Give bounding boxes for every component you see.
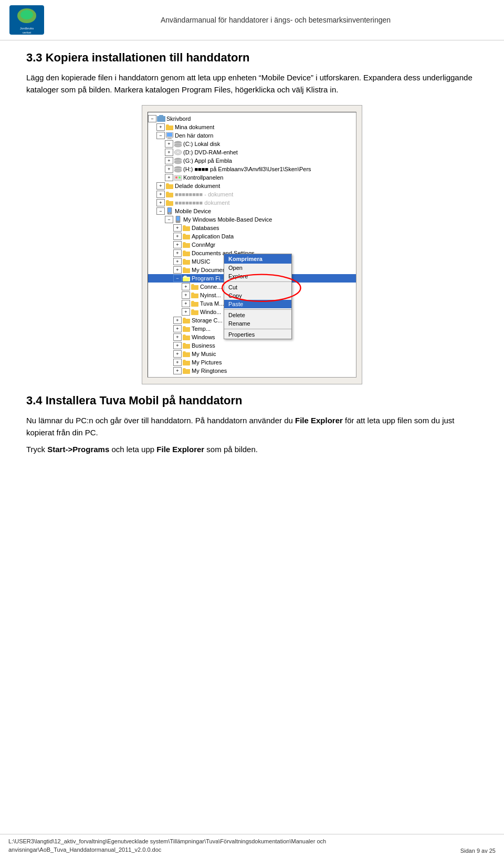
folder-icon <box>165 123 174 131</box>
svg-point-27 <box>169 213 170 214</box>
mobile-device-icon <box>165 207 174 215</box>
context-menu-delete[interactable]: Delete <box>224 311 291 319</box>
expander-my-windows-mobile[interactable]: − <box>165 216 173 223</box>
main-content: 3.3 Kopiera installationen till handdato… <box>0 40 504 472</box>
folder-temp-icon <box>182 325 191 332</box>
section-34: 3.4 Installera Tuva Mobil på handdatorn … <box>26 394 478 456</box>
svg-point-23 <box>175 176 177 179</box>
context-menu-header: Komprimera <box>224 254 291 264</box>
folder-mydocs-icon <box>182 266 191 274</box>
folder-blur1-icon <box>165 191 174 198</box>
tree-item-blurred-2[interactable]: + ■■■■■■■■ dokument <box>148 198 356 207</box>
tree-label: Tuva M... <box>200 300 224 307</box>
expander-temp[interactable]: + <box>173 325 182 332</box>
expander-blurred-1[interactable]: + <box>156 191 165 198</box>
expander-mina-dokument[interactable]: + <box>156 123 165 131</box>
tree-label: Business <box>192 342 215 349</box>
tree-label: ■■■■■■■■ - dokument <box>175 191 233 197</box>
svg-rect-10 <box>167 139 172 139</box>
expander-tuva-m[interactable]: + <box>182 300 190 307</box>
tree-label: ■■■■■■■■ dokument <box>175 200 230 206</box>
svg-point-2 <box>20 10 33 19</box>
tree-item-my-ringtones[interactable]: + My Ringtones <box>148 367 356 375</box>
folder-nyinst-icon <box>191 291 199 299</box>
tree-item-blurred-1[interactable]: + ■■■■■■■■ - dokument <box>148 190 356 198</box>
expander-windo[interactable]: + <box>182 308 190 316</box>
tree-label: Windows <box>192 334 215 340</box>
svg-rect-29 <box>176 216 180 221</box>
context-menu-open[interactable]: Open <box>224 264 291 272</box>
section-34-text3: Tryck <box>26 445 47 454</box>
tree-item-c-disk[interactable]: + (C:) Lokal disk <box>148 140 356 148</box>
tree-label: Delade dokument <box>175 183 220 189</box>
tree-label: (G:) Appl på Embla <box>183 158 232 164</box>
context-menu-explore[interactable]: Explore <box>224 272 291 280</box>
expander-storage[interactable]: + <box>173 317 182 324</box>
expander-windows[interactable]: + <box>173 333 182 341</box>
tree-label: My Music <box>192 351 216 357</box>
tree-label: My Pictures <box>192 359 222 365</box>
tree-label: Application Data <box>192 233 234 239</box>
desktop-icon <box>157 115 165 122</box>
expander-den-har-datorn[interactable]: − <box>156 132 165 139</box>
explorer-screenshot: − Skrivbord + Mina dokument − Den här da… <box>142 105 362 384</box>
footer-page: Sidan 9 av 25 <box>460 848 496 854</box>
expander-mobile-device[interactable]: − <box>156 207 165 215</box>
folder-blur2-icon <box>165 199 174 206</box>
svg-point-18 <box>174 161 182 164</box>
tree-item-den-har-datorn[interactable]: − Den här datorn <box>148 131 356 140</box>
tree-item-h-disk[interactable]: + (H:) ■■■■ på Emblaanv3\Anvfil3\User1\S… <box>148 165 356 173</box>
expander-conne[interactable]: + <box>182 283 190 290</box>
tree-item-connmgr[interactable]: + ConnMgr <box>148 241 356 249</box>
expander-h-disk[interactable]: + <box>165 165 173 173</box>
expander-c-disk[interactable]: + <box>165 140 173 148</box>
context-menu[interactable]: Komprimera Open Explore Cut Copy Paste D… <box>224 254 292 339</box>
tree-item-business[interactable]: + Business <box>148 341 356 350</box>
expander-program-files[interactable]: − <box>173 275 182 282</box>
tree-item-delade-dokument[interactable]: + Delade dokument <box>148 182 356 190</box>
expander-d-disk[interactable]: + <box>165 149 173 156</box>
expander-my-ringtones[interactable]: + <box>173 367 182 374</box>
tree-item-g-disk[interactable]: + (G:) Appl på Embla <box>148 156 356 165</box>
folder-storage-icon <box>182 317 191 324</box>
expander-blurred-2[interactable]: + <box>156 199 165 206</box>
tree-label: My Windows Mobile-Based Device <box>183 216 272 223</box>
disk-g-icon <box>174 157 182 164</box>
expander-my-pictures[interactable]: + <box>173 359 182 366</box>
tree-item-databases[interactable]: + Databases <box>148 224 356 232</box>
context-menu-paste[interactable]: Paste <box>224 300 291 308</box>
expander-kontrollpanelen[interactable]: + <box>165 174 173 181</box>
tree-item-application-data[interactable]: + Application Data <box>148 232 356 241</box>
expander-application-data[interactable]: + <box>173 233 182 240</box>
expander-business[interactable]: + <box>173 342 182 349</box>
expander-delade-dokument[interactable]: + <box>156 182 165 190</box>
tree-label: (D:) DVD-RAM-enhet <box>183 149 238 155</box>
expander-nyinst[interactable]: + <box>182 291 190 299</box>
context-menu-cut[interactable]: Cut <box>224 283 291 291</box>
tree-item-skrivbord[interactable]: − Skrivbord <box>148 114 356 123</box>
expander-connmgr[interactable]: + <box>173 241 182 248</box>
expander-my-documents[interactable]: + <box>173 266 182 274</box>
folder-delade-icon <box>165 182 174 190</box>
expander-my-music[interactable]: + <box>173 350 182 358</box>
tree-item-mina-dokument[interactable]: + Mina dokument <box>148 123 356 131</box>
tree-item-my-pictures[interactable]: + My Pictures <box>148 358 356 367</box>
expander-documents-settings[interactable]: + <box>173 249 182 257</box>
tree-item-my-music[interactable]: + My Music <box>148 350 356 358</box>
computer-icon <box>165 132 174 139</box>
tree-item-my-windows-mobile[interactable]: − My Windows Mobile-Based Device <box>148 215 356 224</box>
tree-item-d-disk[interactable]: + (D:) DVD-RAM-enhet <box>148 148 356 156</box>
expander-music[interactable]: + <box>173 258 182 265</box>
expander-g-disk[interactable]: + <box>165 157 173 164</box>
tree-item-kontrollpanelen[interactable]: + Kontrollpanelen <box>148 173 356 182</box>
expander-databases[interactable]: + <box>173 224 182 232</box>
expander-skrivbord[interactable]: − <box>148 115 156 122</box>
context-menu-rename[interactable]: Rename <box>224 319 291 328</box>
svg-point-24 <box>178 176 181 179</box>
context-menu-properties[interactable]: Properties <box>224 330 291 339</box>
tree-label: Mobile Device <box>175 208 211 214</box>
tree-label: (C:) Lokal disk <box>183 141 220 147</box>
context-menu-copy[interactable]: Copy <box>224 291 291 300</box>
tree-label: Skrivbord <box>166 116 191 122</box>
tree-item-mobile-device[interactable]: − Mobile Device <box>148 207 356 215</box>
